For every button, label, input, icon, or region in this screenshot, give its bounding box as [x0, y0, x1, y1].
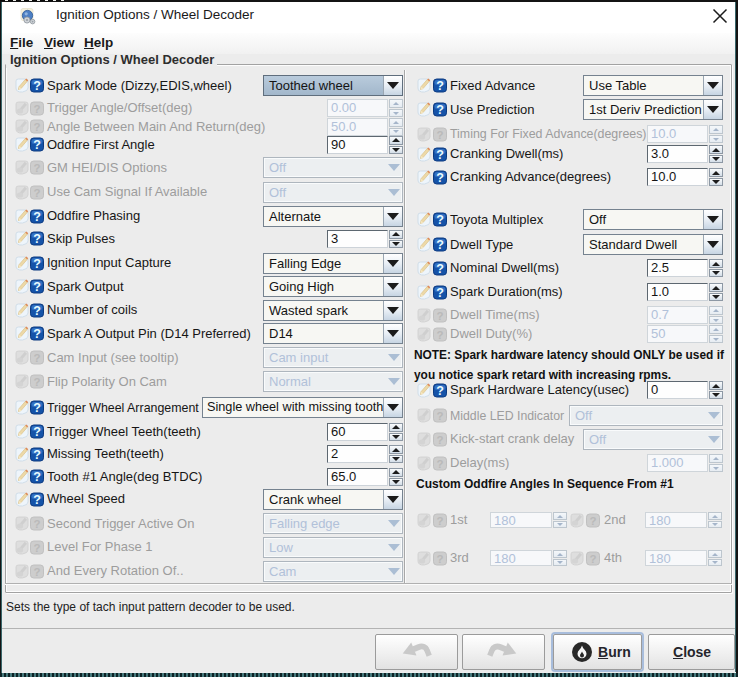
svg-text:?: ?: [436, 458, 443, 470]
svg-text:?: ?: [33, 566, 40, 578]
svg-text:?: ?: [33, 280, 41, 294]
svg-text:?: ?: [589, 553, 596, 565]
svg-text:?: ?: [33, 187, 40, 199]
svg-text:?: ?: [436, 213, 444, 227]
svg-text:?: ?: [436, 553, 443, 565]
svg-text:?: ?: [436, 171, 444, 185]
svg-text:?: ?: [33, 542, 40, 554]
svg-text:?: ?: [33, 121, 40, 133]
svg-text:?: ?: [33, 232, 41, 246]
svg-text:?: ?: [33, 103, 40, 115]
svg-text:?: ?: [436, 329, 443, 341]
svg-text:?: ?: [436, 434, 443, 446]
svg-text:?: ?: [33, 79, 41, 93]
svg-text:?: ?: [436, 103, 444, 117]
svg-text:?: ?: [436, 238, 444, 252]
svg-text:?: ?: [33, 401, 41, 415]
svg-text:?: ?: [436, 286, 444, 300]
svg-text:?: ?: [33, 257, 41, 271]
svg-text:?: ?: [436, 384, 444, 398]
svg-text:?: ?: [33, 210, 41, 224]
svg-text:?: ?: [33, 470, 41, 484]
svg-text:?: ?: [436, 410, 443, 422]
svg-text:?: ?: [436, 310, 443, 322]
svg-text:?: ?: [33, 304, 41, 318]
svg-text:?: ?: [33, 162, 40, 174]
svg-text:?: ?: [436, 79, 444, 93]
svg-text:?: ?: [33, 376, 40, 388]
svg-text:?: ?: [589, 515, 596, 527]
svg-text:?: ?: [436, 129, 443, 141]
svg-text:?: ?: [436, 148, 444, 162]
svg-text:?: ?: [33, 327, 41, 341]
svg-text:?: ?: [33, 138, 41, 152]
svg-text:?: ?: [33, 493, 41, 507]
svg-text:?: ?: [33, 425, 41, 439]
svg-text:?: ?: [436, 262, 444, 276]
svg-text:?: ?: [33, 448, 41, 462]
svg-text:?: ?: [33, 352, 40, 364]
svg-text:?: ?: [33, 518, 40, 530]
svg-text:?: ?: [436, 515, 443, 527]
